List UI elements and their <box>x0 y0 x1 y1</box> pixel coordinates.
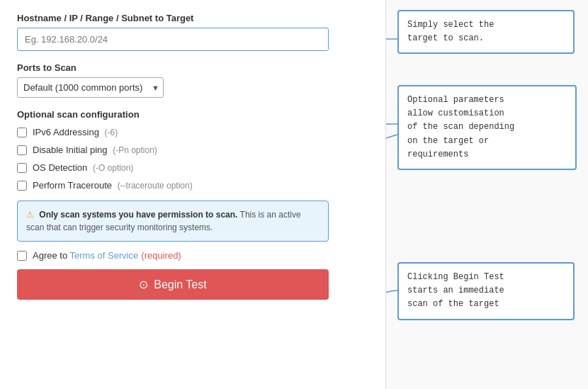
callout-box-1: Simply select thetarget to scan. <box>397 10 575 54</box>
ports-select-wrapper: Default (1000 common ports) All Ports Cu… <box>17 77 164 98</box>
callout-3-text: Clicking Begin Teststarts an immediatesc… <box>407 272 504 309</box>
right-panel: Simply select thetarget to scan. Optiona… <box>386 0 588 389</box>
tos-required: (required) <box>141 250 181 261</box>
target-label: Hostname / IP / Range / Subnet to Target <box>17 13 368 23</box>
checkbox-row-ipv6: IPv6 Addressing (-6) <box>17 127 368 137</box>
optional-section-title: Optional scan configuration <box>17 109 368 120</box>
callout-box-3: Clicking Begin Teststarts an immediatesc… <box>397 262 575 320</box>
ipv6-label[interactable]: IPv6 Addressing (-6) <box>33 127 118 137</box>
os-label[interactable]: OS Detection (-O option) <box>33 162 133 173</box>
ipv6-checkbox[interactable] <box>17 128 27 137</box>
tos-row: Agree to Terms of Service(required) <box>17 250 368 261</box>
traceroute-checkbox[interactable] <box>17 181 27 191</box>
warning-box: ⚠ Only scan systems you have permission … <box>17 201 329 242</box>
warning-icon: ⚠ <box>26 210 34 220</box>
callout-1-text: Simply select thetarget to scan. <box>407 20 494 43</box>
target-input[interactable] <box>17 28 329 51</box>
begin-btn-icon: ⊙ <box>139 278 148 291</box>
begin-test-button[interactable]: ⊙ Begin Test <box>17 269 329 300</box>
tos-label[interactable]: Agree to Terms of Service(required) <box>33 250 181 261</box>
ports-select[interactable]: Default (1000 common ports) All Ports Cu… <box>17 77 164 98</box>
callout-box-2: Optional parametersallow customisationof… <box>397 85 577 170</box>
checkbox-row-ping: Disable Initial ping (-Pn option) <box>17 145 368 155</box>
ports-label: Ports to Scan <box>17 62 368 73</box>
ping-label[interactable]: Disable Initial ping (-Pn option) <box>33 145 157 155</box>
checkbox-row-os: OS Detection (-O option) <box>17 162 368 173</box>
tos-link[interactable]: Terms of Service <box>70 250 139 261</box>
arrows-svg <box>386 0 588 389</box>
os-checkbox[interactable] <box>17 163 27 173</box>
left-panel: Hostname / IP / Range / Subnet to Target… <box>0 0 386 389</box>
ping-checkbox[interactable] <box>17 145 27 155</box>
warning-bold-text: Only scan systems you have permission to… <box>39 210 237 220</box>
checkbox-row-trace: Perform Traceroute (--traceroute option) <box>17 180 368 191</box>
begin-btn-label: Begin Test <box>154 278 206 291</box>
traceroute-label[interactable]: Perform Traceroute (--traceroute option) <box>33 180 193 191</box>
tos-checkbox[interactable] <box>17 251 27 261</box>
callout-2-text: Optional parametersallow customisationof… <box>407 95 514 159</box>
